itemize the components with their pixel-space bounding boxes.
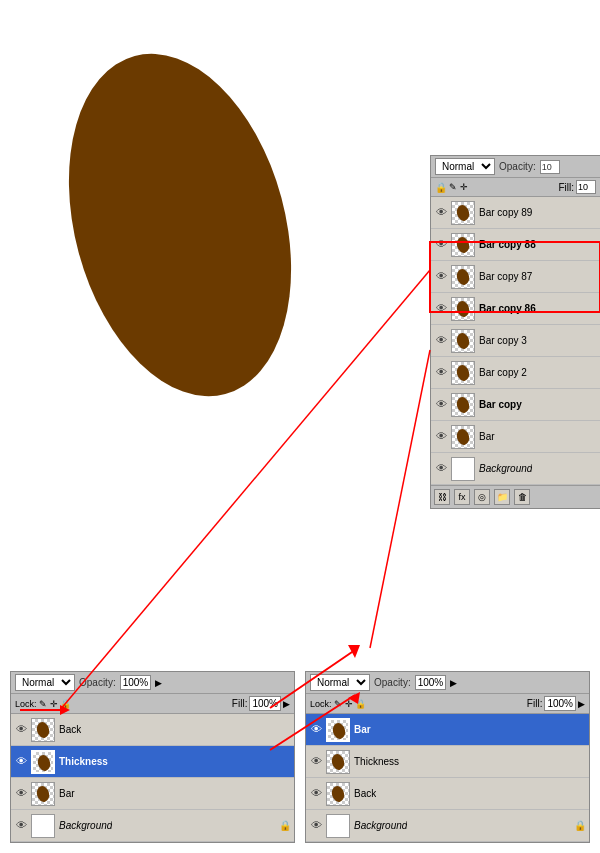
layer-name-right-bar: Bar [354, 724, 371, 735]
layers-panel-right: Normal Opacity: 100% ▶ Lock: ✎ ✛ 🔒 Fill:… [305, 671, 590, 843]
eye-icon-bar88[interactable]: 👁 [434, 238, 448, 252]
fill-label-left: Fill: [232, 698, 248, 709]
eye-icon-background[interactable]: 👁 [434, 462, 448, 476]
panel-footer-top: ⛓ fx ◎ 📁 🗑 [431, 485, 600, 508]
mode-select-left[interactable]: Normal [15, 674, 75, 691]
eye-icon-bar87[interactable]: 👁 [434, 270, 448, 284]
panel-header-left: Normal Opacity: 100% ▶ [11, 672, 294, 694]
eye-icon-right-bar[interactable]: 👁 [309, 723, 323, 737]
thumb-right-background [326, 814, 350, 838]
layer-row-right-bar[interactable]: 👁 Bar [306, 714, 589, 746]
fill-label-right: Fill: [527, 698, 543, 709]
thumb-bar88 [451, 233, 475, 257]
layer-name-barcopy: Bar copy [479, 399, 522, 410]
fill-value-left: 100% [249, 696, 281, 711]
eye-icon-bar89[interactable]: 👁 [434, 206, 448, 220]
lock-label-left: Lock: ✎ ✛ 🔒 [15, 699, 71, 709]
thumb-right-back [326, 782, 350, 806]
thumb-barcopy3 [451, 329, 475, 353]
eye-icon-left-back[interactable]: 👁 [14, 723, 28, 737]
lock-icon-top: 🔒 [435, 182, 447, 193]
layer-row-right-background[interactable]: 👁 Background 🔒 [306, 810, 589, 842]
svg-point-14 [330, 785, 346, 803]
layer-row-right-thickness[interactable]: 👁 Thickness [306, 746, 589, 778]
lock-row-left: Lock: ✎ ✛ 🔒 Fill: 100% ▶ [11, 694, 294, 714]
lock-label-right: Lock: ✎ ✛ 🔒 [310, 699, 366, 709]
layer-row-barcopy[interactable]: 👁 Bar copy [431, 389, 600, 421]
layer-row-bar89[interactable]: 👁 Bar copy 89 [431, 197, 600, 229]
thumb-bar86 [451, 297, 475, 321]
circle-btn-top[interactable]: ◎ [474, 489, 490, 505]
svg-point-2 [455, 236, 471, 254]
layer-row-background[interactable]: 👁 Background [431, 453, 600, 485]
thumb-left-background [31, 814, 55, 838]
eye-icon-right-back[interactable]: 👁 [309, 787, 323, 801]
thumb-barcopy2 [451, 361, 475, 385]
eye-icon-left-thickness[interactable]: 👁 [14, 755, 28, 769]
eye-icon-right-background[interactable]: 👁 [309, 819, 323, 833]
layer-name-background: Background [479, 463, 532, 474]
layer-name-bar86: Bar copy 86 [479, 303, 536, 314]
layer-name-left-back: Back [59, 724, 81, 735]
folder-btn-top[interactable]: 📁 [494, 489, 510, 505]
layers-panel-top: Normal Opacity: 🔒 ✎ ✛ Fill: 👁 Bar copy 8… [430, 155, 600, 509]
layer-row-right-back[interactable]: 👁 Back [306, 778, 589, 810]
layer-name-bar88: Bar copy 88 [479, 239, 536, 250]
layer-row-bar88[interactable]: 👁 Bar copy 88 [431, 229, 600, 261]
opacity-value-left: 100% [120, 675, 152, 690]
opacity-arrow-left[interactable]: ▶ [155, 678, 162, 688]
fill-arrow-right[interactable]: ▶ [578, 699, 585, 709]
layer-row-left-back[interactable]: 👁 Back [11, 714, 294, 746]
layer-row-bar[interactable]: 👁 Bar [431, 421, 600, 453]
svg-point-11 [35, 785, 51, 803]
layer-row-left-bar[interactable]: 👁 Bar [11, 778, 294, 810]
link-btn-top[interactable]: ⛓ [434, 489, 450, 505]
eye-icon-right-thickness[interactable]: 👁 [309, 755, 323, 769]
layer-name-barcopy3: Bar copy 3 [479, 335, 527, 346]
mode-select-top[interactable]: Normal [435, 158, 495, 175]
layer-row-bar86[interactable]: 👁 Bar copy 86 [431, 293, 600, 325]
eye-icon-bar[interactable]: 👁 [434, 430, 448, 444]
layer-name-bar89: Bar copy 89 [479, 207, 532, 218]
thumb-bar89 [451, 201, 475, 225]
thumb-background [451, 457, 475, 481]
thumb-barcopy [451, 393, 475, 417]
thumb-right-thickness [326, 750, 350, 774]
svg-point-3 [455, 268, 471, 286]
thumb-bar [451, 425, 475, 449]
fill-input-top[interactable] [576, 180, 596, 194]
bean-shape [50, 30, 300, 410]
fill-value-right: 100% [544, 696, 576, 711]
layer-row-barcopy3[interactable]: 👁 Bar copy 3 [431, 325, 600, 357]
eye-icon-bar86[interactable]: 👁 [434, 302, 448, 316]
opacity-label-right: Opacity: [374, 677, 411, 688]
layer-row-barcopy2[interactable]: 👁 Bar copy 2 [431, 357, 600, 389]
layer-name-left-bar: Bar [59, 788, 75, 799]
svg-point-7 [455, 396, 471, 414]
svg-point-5 [455, 332, 471, 350]
svg-point-13 [330, 753, 346, 771]
canvas-area [0, 0, 430, 570]
eye-icon-left-bar[interactable]: 👁 [14, 787, 28, 801]
svg-point-4 [455, 300, 471, 318]
trash-btn-top[interactable]: 🗑 [514, 489, 530, 505]
eye-icon-barcopy[interactable]: 👁 [434, 398, 448, 412]
fx-btn-top[interactable]: fx [454, 489, 470, 505]
opacity-label-top: Opacity: [499, 161, 536, 172]
layer-row-bar87[interactable]: 👁 Bar copy 87 [431, 261, 600, 293]
layer-row-left-thickness[interactable]: 👁 Thickness [11, 746, 294, 778]
lock-label-top: ✎ ✛ [449, 182, 468, 192]
fill-label-top: Fill: [558, 182, 574, 193]
opacity-arrow-right[interactable]: ▶ [450, 678, 457, 688]
eye-icon-barcopy2[interactable]: 👁 [434, 366, 448, 380]
opacity-input-top[interactable] [540, 160, 560, 174]
layer-row-left-background[interactable]: 👁 Background 🔒 [11, 810, 294, 842]
layer-name-barcopy2: Bar copy 2 [479, 367, 527, 378]
mode-select-right[interactable]: Normal [310, 674, 370, 691]
layer-name-right-background: Background [354, 820, 407, 831]
eye-icon-left-background[interactable]: 👁 [14, 819, 28, 833]
panel-header-top: Normal Opacity: [431, 156, 600, 178]
eye-icon-barcopy3[interactable]: 👁 [434, 334, 448, 348]
fill-arrow-left[interactable]: ▶ [283, 699, 290, 709]
svg-point-12 [331, 722, 347, 740]
